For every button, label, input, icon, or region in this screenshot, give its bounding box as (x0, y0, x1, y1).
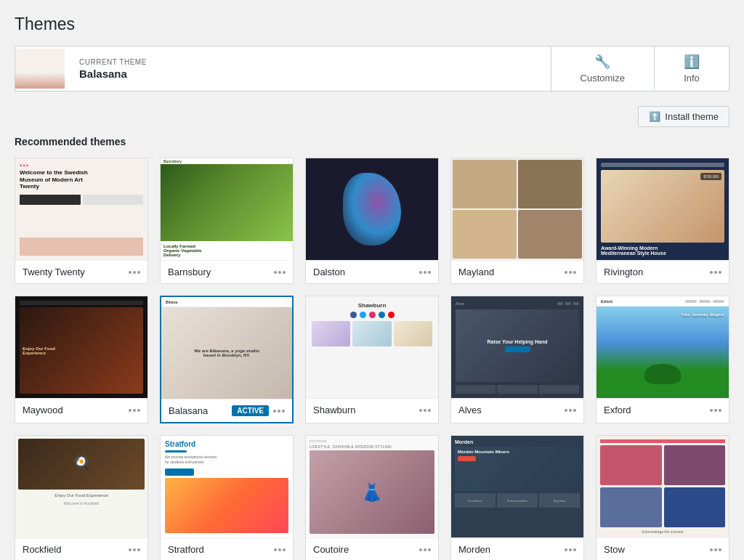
current-theme-label: CURRENT THEME (79, 58, 536, 66)
theme-preview-alves: Alves Raise Your Helping Hand (451, 296, 583, 398)
theme-menu-dots-alves[interactable] (565, 409, 576, 412)
theme-card-coutoire[interactable]: COUTOIRE LIFESTYLE, FASHION & INTERIOR S… (305, 435, 439, 560)
theme-footer-rivington: Rivington (597, 260, 729, 283)
customize-button[interactable]: 🔧 Customize (551, 46, 655, 91)
theme-name-rivington: Rivington (604, 267, 643, 277)
theme-name-stow: Stow (604, 544, 625, 555)
theme-name-balasana: Balasana (169, 405, 208, 416)
theme-menu-dots-mayland[interactable] (565, 271, 576, 274)
theme-menu-dots-stow[interactable] (710, 548, 721, 551)
theme-card-balasana[interactable]: Bilisna ⋮ We are Bālasana, a yoga studio… (160, 296, 294, 423)
theme-menu-dots-dalston[interactable] (419, 271, 431, 274)
theme-card-twenty-twenty[interactable]: ■ ■ ■ Welcome to the SwedishMuseum of Mo… (15, 158, 148, 284)
theme-preview-stratford: Stratford We provide exceptional service… (161, 436, 293, 537)
current-theme-info: CURRENT THEME Balasana (65, 52, 551, 86)
theme-footer-dalston: Dalston (306, 260, 438, 283)
theme-preview-coutoire: COUTOIRE LIFESTYLE, FASHION & INTERIOR S… (306, 436, 438, 537)
theme-menu-dots-stratford[interactable] (274, 548, 286, 551)
theme-footer-alves: Alves (451, 398, 583, 421)
theme-menu-dots-rockfield[interactable] (129, 548, 140, 551)
current-theme-thumbnail (15, 49, 65, 89)
theme-menu-dots-exford[interactable] (710, 409, 721, 412)
theme-menu-dots-twenty-twenty[interactable] (129, 271, 140, 274)
theme-footer-twenty-twenty: Twenty Twenty (15, 260, 147, 283)
install-theme-button[interactable]: ⬆️ Install theme (638, 106, 729, 127)
theme-preview-rivington: $700,000 Award-Winning ModernMediterrane… (597, 158, 729, 260)
theme-card-stratford[interactable]: Stratford We provide exceptional service… (160, 435, 294, 560)
theme-name-stratford: Stratford (168, 544, 204, 555)
theme-name-maywood: Maywood (23, 405, 63, 415)
info-label: Info (684, 73, 700, 84)
theme-preview-maywood: Enjoy Our FoodExperience (15, 296, 147, 398)
theme-card-stow[interactable]: Acknowledge the moment Stow (596, 435, 729, 560)
theme-footer-rockfield: Rockfield (15, 537, 147, 560)
theme-footer-coutoire: Coutoire (306, 537, 438, 560)
theme-footer-maywood: Maywood (15, 398, 147, 421)
theme-menu-dots-coutoire[interactable] (419, 548, 431, 551)
theme-name-coutoire: Coutoire (313, 544, 349, 555)
theme-name-barnsbury: Barnsbury (168, 267, 211, 277)
theme-card-exford[interactable]: Exford Your Journey Begins Exford (596, 296, 729, 423)
theme-preview-mayland (451, 158, 583, 260)
theme-preview-barnsbury: Barnsbury ⋮ Locally FarmedOrganic Vegeta… (161, 158, 293, 260)
theme-name-exford: Exford (604, 405, 631, 415)
theme-footer-exford: Exford (597, 398, 729, 421)
theme-preview-morden: Morden Morden Mountain Miners Excellence… (451, 436, 583, 537)
theme-preview-rockfield: 🍳 Enjoy Our Food Experience Welcome to R… (15, 436, 147, 537)
theme-card-morden[interactable]: Morden Morden Mountain Miners Excellence… (450, 435, 584, 560)
page-title: Themes (15, 15, 729, 34)
theme-card-maywood[interactable]: Enjoy Our FoodExperience Maywood (15, 296, 148, 423)
theme-preview-dalston (306, 158, 438, 260)
theme-footer-barnsbury: Barnsbury (161, 260, 293, 283)
recommended-section-title: Recommended themes (15, 136, 729, 147)
upload-icon: ⬆️ (649, 111, 660, 122)
current-theme-bar: CURRENT THEME Balasana 🔧 Customize ℹ️ In… (15, 46, 729, 92)
theme-card-mayland[interactable]: Mayland (450, 158, 584, 284)
theme-card-shawburn[interactable]: Shawburn Shawburn (305, 296, 439, 423)
themes-grid: ■ ■ ■ Welcome to the SwedishMuseum of Mo… (15, 158, 729, 560)
theme-footer-shawburn: Shawburn (306, 398, 438, 421)
current-theme-actions: 🔧 Customize ℹ️ Info (551, 46, 729, 91)
active-badge-balasana: ACTIVE (232, 405, 269, 416)
theme-preview-stow: Acknowledge the moment (597, 436, 729, 537)
current-theme-name: Balasana (79, 68, 536, 80)
theme-menu-dots-shawburn[interactable] (419, 409, 431, 412)
theme-menu-dots-maywood[interactable] (129, 409, 140, 412)
theme-name-twenty-twenty: Twenty Twenty (23, 267, 85, 277)
theme-preview-twenty-twenty: ■ ■ ■ Welcome to the SwedishMuseum of Mo… (15, 158, 147, 260)
info-icon: ℹ️ (684, 54, 700, 70)
theme-name-rockfield: Rockfield (23, 544, 61, 555)
theme-footer-mayland: Mayland (451, 260, 583, 283)
theme-card-rivington[interactable]: $700,000 Award-Winning ModernMediterrane… (596, 158, 729, 284)
toolbar-row: ⬆️ Install theme (15, 106, 729, 127)
theme-preview-exford: Exford Your Journey Begins (597, 296, 729, 398)
theme-preview-shawburn: Shawburn (306, 296, 438, 398)
theme-footer-morden: Morden (451, 537, 583, 560)
theme-card-dalston[interactable]: Dalston (305, 158, 439, 284)
theme-name-alves: Alves (458, 405, 482, 415)
theme-preview-balasana: Bilisna ⋮ We are Bālasana, a yoga studio… (161, 297, 292, 399)
theme-footer-balasana: BalasanaACTIVE (161, 399, 292, 422)
theme-name-mayland: Mayland (458, 267, 494, 277)
theme-menu-dots-barnsbury[interactable] (274, 271, 286, 274)
theme-menu-dots-morden[interactable] (565, 548, 576, 551)
theme-name-shawburn: Shawburn (313, 405, 356, 415)
theme-menu-dots-rivington[interactable] (710, 271, 721, 274)
customize-label: Customize (581, 73, 625, 84)
info-button[interactable]: ℹ️ Info (655, 46, 729, 91)
theme-footer-stratford: Stratford (161, 537, 293, 560)
theme-menu-dots-balasana[interactable] (273, 410, 285, 413)
theme-footer-stow: Stow (597, 537, 729, 560)
wrench-icon: 🔧 (594, 54, 610, 70)
theme-card-rockfield[interactable]: 🍳 Enjoy Our Food Experience Welcome to R… (15, 435, 148, 560)
theme-name-dalston: Dalston (313, 267, 345, 277)
theme-card-barnsbury[interactable]: Barnsbury ⋮ Locally FarmedOrganic Vegeta… (160, 158, 294, 284)
install-theme-label: Install theme (665, 111, 719, 122)
theme-card-alves[interactable]: Alves Raise Your Helping Hand Alves (450, 296, 584, 423)
theme-name-morden: Morden (458, 544, 490, 555)
